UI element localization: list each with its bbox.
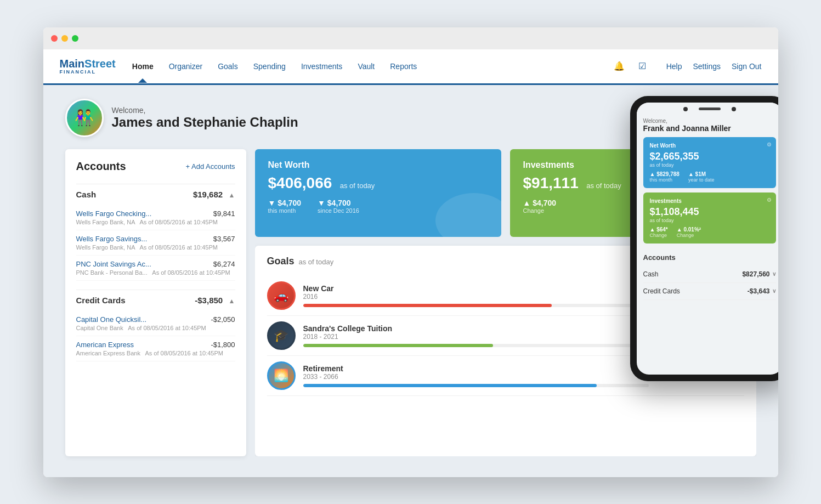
phone-credit-amount: -$3,643 ∨ — [748, 287, 776, 295]
phone-cash-name: Cash — [643, 270, 659, 278]
net-worth-change2-val: ▼ $4,700 — [318, 199, 359, 207]
account-item: Capital One Quicksil... -$2,050 Capital … — [76, 311, 235, 336]
user-name: James and Stephanie Chaplin — [112, 115, 298, 130]
phone-gear-icon-2[interactable]: ⚙ — [767, 197, 772, 203]
investments-change1-label: Change — [523, 207, 557, 214]
goal-college-fill — [303, 344, 494, 347]
goal-retire-name: Retirement — [303, 364, 649, 373]
goal-retire-icon: 🌅 — [267, 361, 296, 390]
wells-checking-link[interactable]: Wells Fargo Checking... — [76, 209, 152, 218]
logo-sub: FINANCIAL — [60, 69, 116, 75]
nav-vault[interactable]: Vault — [358, 62, 375, 71]
phone-nw-changes: ▲ $829,788 this month ▲ $1M year to date — [650, 171, 769, 183]
phone-gear-icon[interactable]: ⚙ — [767, 141, 772, 148]
phone-inv-change1-val: ▲ $64* — [650, 226, 668, 233]
phone-inv-change1-label: Change — [650, 233, 668, 238]
phone-account-row: Cash $827,560 ∨ — [643, 266, 776, 283]
goal-retire-fill — [303, 384, 597, 387]
phone-credit-name: Credit Cards — [643, 287, 680, 295]
credit-toggle[interactable]: ▲ — [229, 297, 235, 305]
goal-college-details: Sandra's College Tuition 2018 - 2021 — [303, 324, 649, 347]
logo-main: MainStreet — [60, 58, 116, 69]
wells-savings-link[interactable]: Wells Fargo Savings... — [76, 235, 148, 243]
capital-one-link[interactable]: Capital One Quicksil... — [76, 315, 147, 324]
net-worth-card: Net Worth $406,066 as of today ▼ $4,700 … — [255, 149, 501, 237]
credit-category-name: Credit Cards — [76, 296, 126, 305]
settings-link[interactable]: Settings — [693, 62, 721, 71]
phone-nw-change2-val: ▲ $1M — [688, 171, 715, 177]
minimize-dot[interactable] — [61, 35, 68, 42]
goal-car-icon: 🚗 — [267, 281, 296, 310]
nav-investments[interactable]: Investments — [301, 62, 342, 71]
phone-nw-change1-val: ▲ $829,788 — [650, 171, 680, 177]
accounts-cash-section: Cash $19,682 ▲ Wells Fargo Checking... $… — [76, 184, 235, 281]
browser-chrome — [43, 27, 778, 49]
phone-investments-card: ⚙ Investments $1,108,445 as of today ▲ $… — [643, 192, 776, 243]
navbar: MainStreet FINANCIAL Home Organizer Goal… — [43, 49, 778, 85]
browser-window: MainStreet FINANCIAL Home Organizer Goal… — [43, 27, 778, 477]
net-worth-change2-label: since Dec 2016 — [318, 207, 359, 214]
accounts-credit-section: Credit Cards -$3,850 ▲ Capital One Quick… — [76, 290, 235, 361]
capital-one-info: Capital One Bank As of 08/05/2016 at 10:… — [76, 325, 235, 331]
net-worth-changes: ▼ $4,700 this month ▼ $4,700 since Dec 2… — [268, 199, 488, 214]
phone-inv-amount: $1,108,445 — [650, 206, 769, 218]
capital-one-amount: -$2,050 — [211, 315, 235, 324]
cash-category-name: Cash — [76, 190, 97, 199]
phone-nw-change1-label: this month — [650, 177, 680, 183]
investments-change1: ▲ $4,700 Change — [523, 199, 557, 214]
net-worth-title: Net Worth — [268, 160, 488, 170]
net-worth-amount: $406,066 — [268, 174, 332, 191]
cash-category-header: Cash $19,682 ▲ — [76, 184, 235, 205]
welcome-text: Welcome, James and Stephanie Chaplin — [112, 106, 298, 130]
maximize-dot[interactable] — [72, 35, 78, 42]
phone-inv-changes: ▲ $64* Change ▲ 0.01%² Change — [650, 226, 769, 238]
phone-net-worth-card: ⚙ Net Worth $2,665,355 as of today ▲ $82… — [643, 137, 776, 188]
phone-cash-amount: $827,560 ∨ — [742, 270, 775, 278]
goal-college-progress — [303, 344, 649, 347]
check-icon[interactable]: ☑ — [635, 59, 650, 74]
phone-cash-chevron[interactable]: ∨ — [772, 271, 776, 277]
cash-total: $19,682 — [193, 190, 223, 199]
phone-welcome: Welcome, — [643, 118, 776, 124]
investments-change1-val: ▲ $4,700 — [523, 199, 557, 207]
nav-icons: 🔔 ☑ — [611, 59, 650, 74]
goal-college-icon: 🎓 — [267, 321, 296, 350]
phone-content: Welcome, Frank and Joanna Miller ⚙ Net W… — [637, 114, 778, 310]
add-accounts-button[interactable]: + Add Accounts — [186, 162, 235, 171]
phone-camera-2 — [732, 107, 736, 111]
nav-reports[interactable]: Reports — [390, 62, 417, 71]
goal-car-details: New Car 2016 — [303, 284, 649, 307]
nav-home[interactable]: Home — [132, 62, 154, 71]
phone-camera — [683, 107, 688, 111]
avatar: 👫 — [65, 99, 104, 137]
phone-credit-chevron[interactable]: ∨ — [772, 288, 776, 294]
goal-college-name: Sandra's College Tuition — [303, 324, 649, 333]
credit-total: -$3,850 — [195, 296, 223, 305]
nav-organizer[interactable]: Organizer — [169, 62, 202, 71]
pnc-savings-amount: $6,274 — [213, 260, 235, 268]
amex-link[interactable]: American Express — [76, 341, 134, 349]
goals-title: Goals — [267, 256, 295, 267]
phone-notch — [637, 103, 778, 114]
goal-college-year: 2018 - 2021 — [303, 333, 649, 341]
phone-inv-change2-val: ▲ 0.01%² — [677, 226, 701, 233]
cash-toggle[interactable]: ▲ — [229, 191, 235, 199]
pnc-savings-link[interactable]: PNC Joint Savings Ac... — [76, 260, 151, 268]
logo: MainStreet FINANCIAL — [60, 58, 116, 75]
mobile-phone: Welcome, Frank and Joanna Miller ⚙ Net W… — [630, 96, 778, 381]
accounts-header: Accounts + Add Accounts — [76, 160, 235, 173]
amex-amount: -$1,800 — [211, 341, 235, 349]
close-dot[interactable] — [51, 35, 58, 42]
bell-icon[interactable]: 🔔 — [611, 59, 627, 74]
accounts-title: Accounts — [76, 160, 126, 173]
signout-link[interactable]: Sign Out — [732, 62, 761, 71]
nav-goals[interactable]: Goals — [218, 62, 238, 71]
nav-right: Help Settings Sign Out — [666, 62, 762, 71]
help-link[interactable]: Help — [666, 62, 682, 71]
phone-screen: Welcome, Frank and Joanna Miller ⚙ Net W… — [637, 103, 778, 375]
nav-spending[interactable]: Spending — [253, 62, 286, 71]
account-item: PNC Joint Savings Ac... $6,274 PNC Bank … — [76, 256, 235, 281]
phone-inv-title: Investments — [650, 198, 769, 204]
credit-category-header: Credit Cards -$3,850 ▲ — [76, 290, 235, 311]
phone-nw-title: Net Worth — [650, 143, 769, 149]
